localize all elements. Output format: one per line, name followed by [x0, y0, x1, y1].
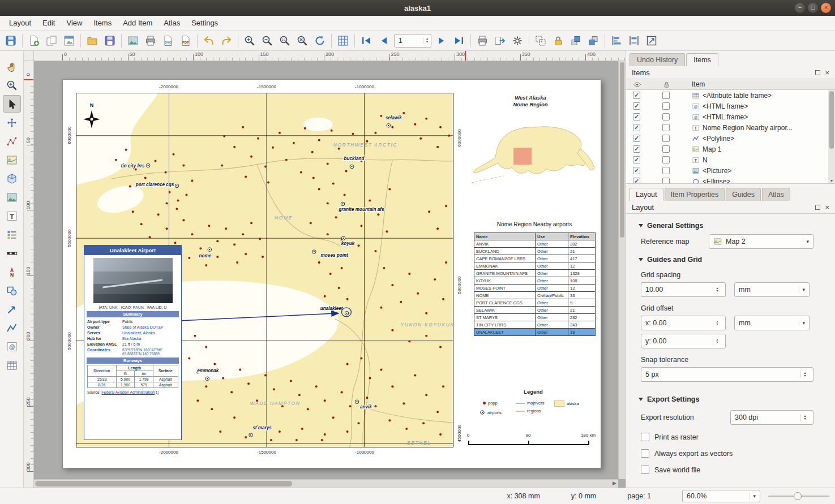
zoom-slider[interactable] [768, 490, 829, 502]
menu-layout[interactable]: Layout [3, 17, 37, 29]
item-row-html-frame[interactable]: @<HTML frame> [626, 101, 835, 111]
checkbox-save-world-file[interactable]: Save world file [641, 466, 813, 474]
zoom-full-button[interactable] [294, 32, 311, 49]
add-attribute-table-tool[interactable] [3, 356, 21, 374]
distribute-items-button[interactable] [626, 32, 643, 49]
visibility-checkbox[interactable] [633, 102, 640, 110]
add-node-item-tool[interactable] [3, 319, 21, 337]
visibility-checkbox[interactable] [633, 178, 640, 184]
tab-layout[interactable]: Layout [630, 188, 663, 201]
duplicate-layout-button[interactable] [43, 32, 60, 49]
redo-button[interactable] [218, 32, 235, 49]
visibility-checkbox[interactable] [633, 167, 640, 174]
snap-tolerance-spinbox[interactable]: 5 px▴▾ [641, 367, 813, 382]
item-row-html-frame[interactable]: @<HTML frame> [626, 111, 835, 122]
spin-buttons[interactable]: ▴▾ [713, 287, 721, 293]
pan-tool[interactable] [3, 58, 21, 75]
lock-checkbox[interactable] [662, 135, 670, 142]
hscroll-thumb[interactable] [35, 481, 292, 486]
atlas-previous-feature-button[interactable] [375, 32, 392, 49]
atlas-page-input[interactable]: 1▴▾ [394, 34, 431, 48]
lock-checkbox[interactable] [662, 102, 670, 110]
item-row-n[interactable]: TN [626, 154, 835, 165]
zoom-tool[interactable] [3, 76, 21, 94]
lock-checkbox[interactable] [662, 145, 670, 153]
tab-item-properties[interactable]: Item Properties [665, 188, 725, 201]
zoom-out-button[interactable] [259, 32, 276, 49]
add-legend-tool[interactable] [3, 226, 21, 243]
lock-checkbox[interactable] [662, 92, 670, 99]
overview-map-picture[interactable] [466, 109, 595, 197]
items-scroll-thumb[interactable] [829, 91, 834, 149]
add-map-tool[interactable] [3, 151, 21, 169]
zoom-slider-handle[interactable] [794, 492, 802, 500]
spin-buttons[interactable]: ▴▾ [800, 415, 809, 421]
dock-tab-items[interactable]: Items [686, 53, 718, 66]
grid-spacing-spinbox[interactable]: 10.00▴▾ [641, 282, 726, 297]
lower-items-button[interactable] [585, 32, 602, 49]
legend-item[interactable]: Legend poppairportsmajriversregionsalask… [474, 389, 593, 423]
visibility-checkbox[interactable] [633, 135, 640, 142]
lock-checkbox[interactable] [662, 113, 670, 120]
vscroll-thumb[interactable] [620, 62, 624, 238]
raise-items-button[interactable] [567, 32, 584, 49]
grid-spacing-unit-combo[interactable]: mm▾ [734, 282, 810, 297]
grid-offset-x-spinbox[interactable]: x: 0.00▴▾ [641, 316, 726, 330]
menu-atlas[interactable]: Atlas [158, 17, 186, 29]
menu-items[interactable]: Items [88, 17, 117, 29]
layout-page[interactable]: selawikbucklandtin city lrrsport clarenc… [62, 79, 601, 468]
item-row-polyline[interactable]: <Polyline> [626, 133, 835, 144]
atlas-last-feature-button[interactable] [451, 32, 468, 49]
grid-offset-unit-combo[interactable]: mm▾ [734, 316, 810, 330]
item-row-picture[interactable]: <Picture> [626, 165, 835, 176]
export-as-image-button[interactable] [125, 32, 142, 49]
zoom-in-button[interactable] [241, 32, 258, 49]
add-3d-map-tool[interactable] [3, 170, 21, 187]
menu-edit[interactable]: Edit [37, 17, 61, 29]
section-general-settings[interactable]: General Settings [639, 222, 813, 230]
close-panel-icon-2[interactable]: × [825, 205, 829, 210]
hscroll-step-icon[interactable]: ▶ [613, 480, 616, 486]
save-project-button[interactable] [2, 32, 19, 49]
visibility-checkbox[interactable] [633, 156, 640, 163]
export-atlas-button[interactable] [491, 32, 508, 49]
zoom-level-combo[interactable]: 60.0% ▾ [682, 490, 760, 502]
menu-add-item[interactable]: Add Item [117, 17, 158, 29]
html-frame-unalakleet-airport[interactable]: Unalakleet Airport IATA: UNK - ICAO: PAU… [84, 245, 182, 440]
float-panel-icon[interactable] [815, 70, 820, 75]
add-label-tool[interactable]: T [3, 207, 21, 225]
scalebar[interactable]: 090180 km [468, 433, 590, 445]
close-button[interactable]: × [821, 3, 831, 13]
print-layout-button[interactable] [142, 32, 159, 49]
menu-view[interactable]: View [61, 17, 88, 29]
close-panel-icon[interactable]: × [825, 70, 829, 75]
section-export-settings[interactable]: Export Settings [639, 395, 813, 403]
preview-atlas-button[interactable] [335, 32, 352, 49]
visibility-checkbox[interactable] [633, 124, 640, 131]
print-atlas-button[interactable] [474, 32, 491, 49]
tab-guides[interactable]: Guides [726, 188, 761, 201]
lock-checkbox[interactable] [662, 178, 670, 184]
tab-atlas[interactable]: Atlas [762, 188, 790, 201]
save-as-template-button[interactable] [101, 32, 118, 49]
checkbox-always-export-as-vectors[interactable]: Always export as vectors [641, 449, 813, 458]
align-items-button[interactable] [608, 32, 625, 49]
edit-nodes-item-tool[interactable] [3, 132, 21, 150]
layout-viewport[interactable]: selawikbucklandtin city lrrsport clarenc… [34, 61, 626, 488]
export-as-svg-button[interactable]: SVG [160, 32, 177, 49]
airports-table-title[interactable]: Nome Region Nearby airports [472, 221, 597, 227]
export-resolution-spinbox[interactable]: 300 dpi▴▾ [730, 410, 813, 425]
add-arrow-tool[interactable] [3, 300, 21, 318]
add-picture-tool[interactable] [3, 188, 21, 206]
layout-manager-button[interactable] [61, 32, 78, 49]
visibility-checkbox[interactable] [633, 113, 640, 120]
section-guides-and-grid[interactable]: Guides and Grid [639, 256, 813, 264]
export-as-pdf-button[interactable]: PDF [177, 32, 194, 49]
canvas-horizontal-scrollbar[interactable]: ▶ [34, 479, 618, 488]
add-html-frame-tool[interactable]: @ [3, 338, 21, 355]
spin-buttons[interactable]: ▴▾ [713, 320, 721, 326]
undo-button[interactable] [200, 32, 217, 49]
checkbox[interactable] [641, 466, 649, 474]
spin-buttons[interactable]: ▴▾ [423, 37, 431, 44]
zoom-actual-button[interactable]: 1:1 [276, 32, 293, 49]
